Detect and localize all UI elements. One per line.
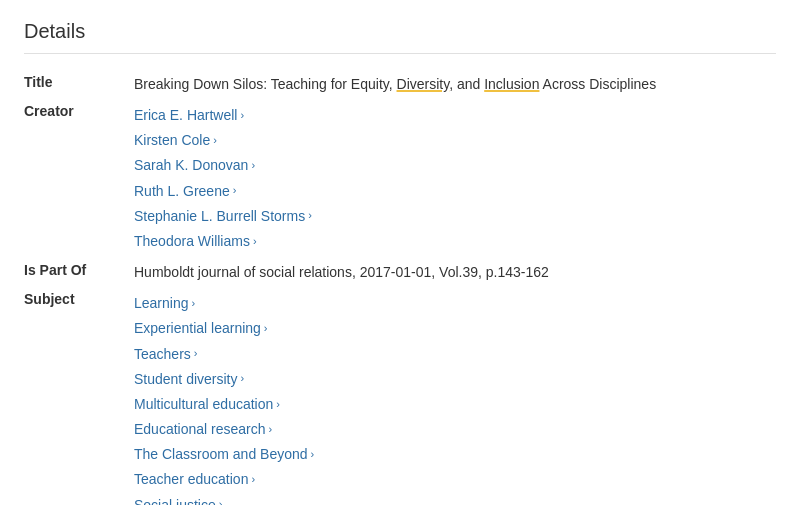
subject-name: Multicultural education [134,392,273,417]
creator-chevron: › [251,156,255,176]
subject-link[interactable]: Teachers › [134,342,776,367]
title-label: Title [24,70,134,99]
title-diversity: Diversity [397,76,450,92]
creator-name: Theodora Williams [134,229,250,254]
creator-chevron: › [240,106,244,126]
creator-name: Ruth L. Greene [134,179,230,204]
subject-chevron: › [311,445,315,465]
creator-value: Erica E. Hartwell ›Kirsten Cole ›Sarah K… [134,99,776,258]
details-heading: Details [24,20,776,54]
details-panel: Details Title Breaking Down Silos: Teach… [0,0,800,505]
subject-name: Experiential learning [134,316,261,341]
title-row: Title Breaking Down Silos: Teaching for … [24,70,776,99]
creator-chevron: › [308,206,312,226]
subject-name: The Classroom and Beyond [134,442,308,467]
creator-label: Creator [24,99,134,258]
is-part-of-value: Humboldt journal of social relations, 20… [134,258,776,287]
subject-chevron: › [269,420,273,440]
creator-name: Sarah K. Donovan [134,153,248,178]
title-value: Breaking Down Silos: Teaching for Equity… [134,70,776,99]
creator-chevron: › [253,232,257,252]
subject-name: Learning [134,291,189,316]
creator-link[interactable]: Erica E. Hartwell › [134,103,776,128]
subject-link[interactable]: Experiential learning › [134,316,776,341]
subject-name: Teacher education [134,467,248,492]
subject-link[interactable]: Social justice › [134,493,776,505]
title-inclusion: Inclusion [484,76,539,92]
creator-chevron: › [213,131,217,151]
subject-label: Subject [24,287,134,505]
creator-name: Stephanie L. Burrell Storms [134,204,305,229]
creator-row: Creator Erica E. Hartwell ›Kirsten Cole … [24,99,776,258]
subject-chevron: › [219,495,223,505]
subject-chevron: › [194,344,198,364]
subject-link[interactable]: Multicultural education › [134,392,776,417]
subject-link[interactable]: The Classroom and Beyond › [134,442,776,467]
subject-link[interactable]: Learning › [134,291,776,316]
creator-link[interactable]: Stephanie L. Burrell Storms › [134,204,776,229]
subject-chevron: › [241,369,245,389]
title-suffix: Across Disciplines [539,76,656,92]
subject-link[interactable]: Teacher education › [134,467,776,492]
subject-row: Subject Learning ›Experiential learning … [24,287,776,505]
subject-link[interactable]: Educational research › [134,417,776,442]
creator-link[interactable]: Ruth L. Greene › [134,179,776,204]
subject-name: Educational research [134,417,266,442]
title-prefix: Breaking Down Silos: Teaching for Equity… [134,76,397,92]
creator-link[interactable]: Theodora Williams › [134,229,776,254]
creator-name: Kirsten Cole [134,128,210,153]
creator-link[interactable]: Sarah K. Donovan › [134,153,776,178]
title-text: Breaking Down Silos: Teaching for Equity… [134,76,656,92]
subject-chevron: › [264,319,268,339]
creator-list: Erica E. Hartwell ›Kirsten Cole ›Sarah K… [134,103,776,254]
subject-chevron: › [276,395,280,415]
is-part-of-row: Is Part Of Humboldt journal of social re… [24,258,776,287]
subject-link[interactable]: Student diversity › [134,367,776,392]
creator-name: Erica E. Hartwell [134,103,237,128]
subject-chevron: › [251,470,255,490]
subject-chevron: › [192,294,196,314]
subject-name: Teachers [134,342,191,367]
subject-name: Social justice [134,493,216,505]
title-middle: , and [449,76,484,92]
is-part-of-text: Humboldt journal of social relations, 20… [134,264,549,280]
subject-value: Learning ›Experiential learning ›Teacher… [134,287,776,505]
subject-name: Student diversity [134,367,238,392]
details-table: Title Breaking Down Silos: Teaching for … [24,70,776,505]
is-part-of-label: Is Part Of [24,258,134,287]
subject-list: Learning ›Experiential learning ›Teacher… [134,291,776,505]
creator-chevron: › [233,181,237,201]
creator-link[interactable]: Kirsten Cole › [134,128,776,153]
